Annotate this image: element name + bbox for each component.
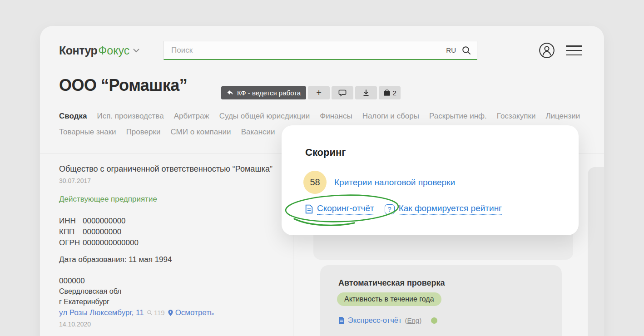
- company-reg-date: 30.07.2017: [59, 177, 91, 184]
- auto-check-title: Автоматическая проверка: [338, 278, 445, 288]
- portfolio-button[interactable]: 2: [379, 86, 401, 99]
- user-icon: [539, 42, 555, 59]
- document-outline-icon: [305, 204, 313, 214]
- inspect-link[interactable]: Осмотреть: [168, 307, 214, 318]
- portfolio-count: 2: [393, 89, 396, 97]
- tab-taxes[interactable]: Налоги и сборы: [362, 112, 419, 121]
- address-date: 14.10.2020: [59, 319, 214, 330]
- address-region: Свердловская обл: [59, 286, 214, 296]
- tab-licenses[interactable]: Лицензии: [545, 112, 580, 121]
- language-toggle[interactable]: RU: [446, 46, 456, 54]
- download-button[interactable]: [355, 86, 377, 99]
- comment-button[interactable]: [332, 86, 353, 99]
- search-input[interactable]: [171, 46, 442, 55]
- download-icon: [362, 89, 370, 97]
- activity-badge: Активность в течение года: [337, 292, 441, 306]
- search-button[interactable]: [461, 45, 471, 55]
- scoring-title: Скоринг: [305, 147, 346, 158]
- scoring-report-link[interactable]: Скоринг-отчёт: [317, 203, 374, 215]
- scoring-score-row: 58 Критерии налоговой проверки: [303, 171, 455, 194]
- tab-inspections[interactable]: Проверки: [126, 128, 161, 137]
- menu-button[interactable]: [566, 45, 582, 55]
- tax-criteria-link[interactable]: Критерии налоговой проверки: [334, 178, 455, 188]
- chevron-down-icon: [133, 49, 139, 53]
- company-address: 000000 Свердловская обл г Екатеринбург у…: [59, 276, 214, 330]
- tab-finance[interactable]: Финансы: [320, 112, 352, 121]
- express-report-row: Экспресс-отчёт (Eng): [338, 316, 437, 325]
- kf-status-badge[interactable]: КФ - ведется работа: [221, 86, 306, 99]
- document-icon: [338, 316, 345, 324]
- scoring-links-row: Скоринг-отчёт ? Как формируется рейтинг: [305, 203, 502, 215]
- add-button[interactable]: +: [308, 86, 330, 99]
- address-zip: 000000: [59, 276, 214, 286]
- requisite-ogrn: ОГРН0000000000000: [59, 237, 139, 248]
- tab-summary[interactable]: Сводка: [59, 112, 87, 121]
- address-city: г Екатеринбург: [59, 296, 214, 307]
- screenshot-canvas: КонтурФокус RU ООО “Ромашка” КФ: [0, 0, 644, 336]
- requisite-inn: ИНН0000000000: [59, 216, 139, 227]
- page-title: ООО “Ромашка”: [59, 76, 187, 95]
- search-small-icon: [147, 310, 153, 316]
- tab-vacancies[interactable]: Вакансии: [241, 128, 275, 137]
- map-pin-icon: [168, 309, 173, 316]
- tab-media[interactable]: СМИ о компании: [170, 128, 231, 137]
- tab-trademarks[interactable]: Товарные знаки: [59, 128, 116, 137]
- street-link[interactable]: ул Розы Люксембург, 11: [59, 307, 144, 318]
- briefcase-icon: [383, 89, 391, 96]
- auto-check-card: Автоматическая проверка Активность в теч…: [320, 265, 562, 336]
- account-button[interactable]: [539, 42, 555, 59]
- eng-link[interactable]: Eng: [407, 316, 420, 324]
- express-report-link[interactable]: Экспресс-отчёт: [348, 316, 402, 325]
- search-icon: [461, 45, 471, 55]
- tab-disclosure[interactable]: Раскрытие инф.: [429, 112, 487, 121]
- formation-date: Дата образования: 11 мая 1994: [59, 255, 172, 264]
- product-switcher[interactable]: КонтурФокус: [59, 44, 139, 57]
- tab-arbitration[interactable]: Арбитраж: [174, 112, 209, 121]
- company-status: Действующее предприятие: [59, 195, 157, 204]
- status-dot: [431, 317, 437, 324]
- express-report-lang: (Eng): [405, 316, 422, 324]
- reply-arrow-icon: [227, 90, 233, 96]
- scoring-popover: Скоринг 58 Критерии налоговой проверки С…: [282, 125, 579, 235]
- hamburger-icon: [566, 45, 582, 47]
- title-actions: КФ - ведется работа + 2: [221, 86, 401, 99]
- tab-general-courts[interactable]: Суды общей юрисдикции: [219, 112, 310, 121]
- search-bar: RU: [163, 41, 477, 60]
- question-icon[interactable]: ?: [385, 204, 395, 214]
- tab-bar-row-1: Сводка Исп. производства Арбитраж Суды о…: [59, 112, 580, 121]
- tab-enforcement[interactable]: Исп. производства: [97, 112, 163, 121]
- company-requisites: ИНН0000000000 КПП000000000 ОГРН000000000…: [59, 216, 139, 248]
- brand-kontur: КонтурФокус: [59, 44, 129, 57]
- requisite-kpp: КПП000000000: [59, 227, 139, 237]
- company-full-name: Общество с ограниченной ответственностью…: [59, 164, 272, 174]
- photo-count: 119: [147, 307, 165, 318]
- tab-procurement[interactable]: Госзакупки: [497, 112, 536, 121]
- rating-how-link[interactable]: Как формируется рейтинг: [399, 203, 502, 215]
- score-badge: 58: [303, 171, 327, 194]
- comment-icon: [338, 89, 347, 97]
- tab-bar-row-2: Товарные знаки Проверки СМИ о компании В…: [59, 128, 307, 137]
- partial-side-card: [588, 167, 604, 336]
